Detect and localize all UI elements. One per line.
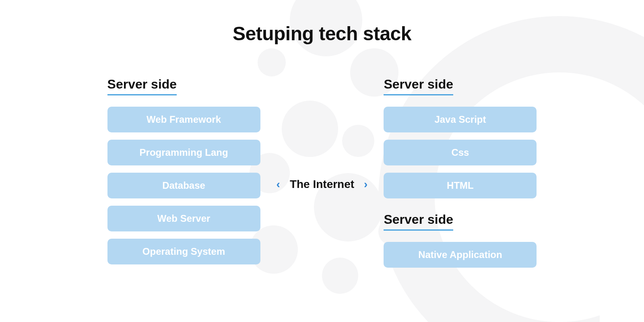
left-stack: Web Framework Programming Lang Database … xyxy=(107,107,260,264)
server-side-left-column: Server side Web Framework Programming La… xyxy=(107,77,260,264)
pill-database: Database xyxy=(107,173,260,198)
center-connector: ‹ The Internet › xyxy=(277,154,368,191)
right-top-block: Server side Java Script Css HTML xyxy=(384,77,537,198)
pill-operating-system: Operating System xyxy=(107,239,260,264)
right-bottom-stack: Native Application xyxy=(384,242,537,268)
page-title: Setuping tech stack xyxy=(0,23,644,45)
left-heading: Server side xyxy=(107,77,177,95)
right-top-stack: Java Script Css HTML xyxy=(384,107,537,198)
pill-web-framework: Web Framework xyxy=(107,107,260,132)
chevron-left-icon: ‹ xyxy=(277,179,280,190)
pill-html: HTML xyxy=(384,173,537,198)
center-label: The Internet xyxy=(290,178,354,191)
columns: Server side Web Framework Programming La… xyxy=(0,77,644,268)
pill-native-application: Native Application xyxy=(384,242,537,268)
pill-javascript: Java Script xyxy=(384,107,537,132)
pill-web-server: Web Server xyxy=(107,206,260,231)
right-bottom-block: Server side Native Application xyxy=(384,212,537,268)
pill-css: Css xyxy=(384,140,537,165)
pill-programming-lang: Programming Lang xyxy=(107,140,260,165)
chevron-right-icon: › xyxy=(364,179,367,190)
server-side-right-column: Server side Java Script Css HTML Server … xyxy=(384,77,537,268)
right-top-heading: Server side xyxy=(384,77,453,95)
right-bottom-heading: Server side xyxy=(384,212,453,231)
